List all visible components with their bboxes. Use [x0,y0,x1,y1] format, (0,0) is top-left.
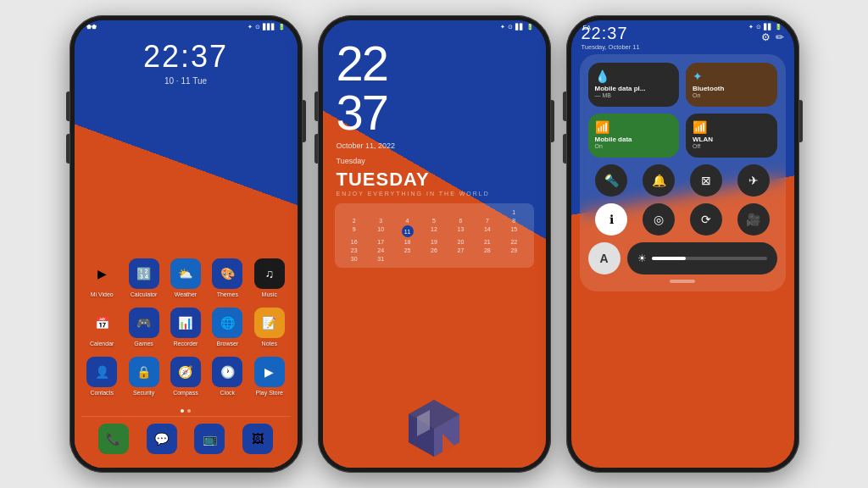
app-calculator[interactable]: 🔢 Calculator [125,258,163,297]
lock-art [323,274,546,468]
mobile-data-tile[interactable]: 💧 Mobile data pl... — MB [588,63,680,107]
rotate-button[interactable]: ⟳ [690,203,722,236]
date-display-1: 10 · 11 Tue [75,76,298,86]
eye-care-button[interactable]: ℹ [595,203,627,236]
wlan-icon: 📶 [693,120,771,134]
weather-label: Weather [175,291,197,297]
lock-subtitle: ENJOY EVERYTHING IN THE WORLD [337,191,532,197]
app-playstore[interactable]: ▶ Play Store [251,357,288,396]
brightness-slider[interactable]: ☀ [627,242,777,274]
data-toggle-label: Mobile data [595,136,673,143]
security-icon: 🔒 [129,357,159,387]
icons-row-1: 🔦 🔔 ⊠ ✈ [588,164,777,197]
cal-day-21: 21 [475,238,500,246]
cal-day-17: 17 [368,238,393,246]
battery-icon-3: 🔋 [775,24,782,30]
status-bar-3: EA ✦ ⊙ ▋▋ 🔋 [571,20,794,32]
status-left-1: ⬟⬟ [86,24,97,30]
cal-empty-5 [448,208,473,216]
app-themes[interactable]: 🎨 Themes [209,258,246,297]
dock-gallery[interactable]: 🖼 [242,424,273,454]
cal-day-11-today: 11 [402,225,414,237]
page-dots [81,406,291,416]
browser-icon: 🌐 [212,308,242,338]
calculator-label: Calculator [131,291,158,297]
themes-label: Themes [217,291,238,297]
cal-empty-11 [501,255,526,263]
app-security[interactable]: 🔒 Security [125,357,163,396]
cal-day-6: 6 [448,217,473,225]
app-weather[interactable]: ⛅ Weather [167,258,204,297]
dot-1 [181,409,184,413]
calculator-icon: 🔢 [129,258,159,289]
mute-button[interactable]: 🔔 [643,164,675,197]
dock-phone[interactable]: 📞 [98,424,129,454]
games-label: Games [134,341,153,347]
cal-day-13: 13 [448,225,473,237]
bluetooth-tile[interactable]: ✦ Bluetooth On [686,63,777,107]
cal-day-14: 14 [475,225,500,237]
lock-time-top: 22 [337,39,532,88]
cal-day-4: 4 [394,217,420,225]
app-compass[interactable]: 🧭 Compass [167,357,204,396]
cal-empty-4 [421,208,447,216]
app-clock[interactable]: 🕐 Clock [209,357,246,396]
recorder-label: Recorder [174,341,198,347]
icons-row-2: ℹ ◎ ⟳ 🎥 [588,203,777,236]
wifi-icon-2: ⊙ [508,24,513,30]
a-button[interactable]: A [588,242,620,274]
dock-tv[interactable]: 📺 [194,424,225,454]
lock-date-line1: October 11, 2022 [337,141,532,152]
app-browser[interactable]: 🌐 Browser [209,308,246,347]
themes-icon: 🎨 [212,258,242,289]
app-contacts[interactable]: 👤 Contacts [83,357,120,396]
compass-icon: 🧭 [170,357,201,387]
mi-video-label: Mi Video [91,291,114,297]
app-row-1: ▶ Mi Video 🔢 Calculator ⛅ Weather 🎨 Them… [81,258,291,297]
app-row-3: 👤 Contacts 🔒 Security 🧭 Compass 🕐 Clock [81,357,291,396]
calendar-grid: 1 2 3 4 5 6 7 8 9 10 11 12 13 14 15 [342,208,527,263]
signal-icon-3: ▋▋ [764,24,772,30]
cal-empty-2 [368,208,393,216]
music-label: Music [262,291,277,297]
flashlight-button[interactable]: 🔦 [595,164,627,197]
cal-empty-8 [421,255,447,263]
status-bar-1: ⬟⬟ ✦ ⊙ ▋▋▋ 🔋 [75,20,298,32]
dock: 📞 💬 📺 🖼 [81,416,291,461]
cal-day-18: 18 [394,238,420,246]
battery-icon: 🔋 [278,24,286,30]
data-toggle-tile[interactable]: 📶 Mobile data On [588,114,680,158]
cal-day-1: 1 [501,208,526,216]
cal-day-7: 7 [475,217,500,225]
app-calendar[interactable]: 📅 Calendar [83,308,120,347]
app-recorder[interactable]: 📊 Recorder [167,308,204,347]
games-icon: 🎮 [129,308,159,338]
edit-icon[interactable]: ✏ [776,31,784,43]
swipe-indicator [670,280,695,283]
location-button[interactable]: ◎ [643,203,675,236]
cal-day-3: 3 [368,217,393,225]
camera-button[interactable]: 🎥 [737,203,770,236]
app-notes[interactable]: 📝 Notes [251,308,288,347]
app-grid-1: ▶ Mi Video 🔢 Calculator ⛅ Weather 🎨 Them… [75,258,298,468]
dock-messages[interactable]: 💬 [147,424,177,454]
cal-day-12: 12 [421,225,447,237]
app-mi-video[interactable]: ▶ Mi Video [83,258,120,297]
recorder-icon: 📊 [170,308,201,338]
playstore-icon: ▶ [254,357,285,387]
calendar-icon: 📅 [86,308,117,338]
app-music[interactable]: ♫ Music [251,258,288,297]
wifi-icon: ⊙ [255,24,260,30]
airplane-button[interactable]: ✈ [737,164,770,197]
cube-svg [392,391,476,468]
wlan-tile[interactable]: 📶 WLAN Off [686,114,777,158]
cal-day-26: 26 [421,247,447,254]
cal-empty-9 [448,255,473,263]
settings-icon[interactable]: ⚙ [761,31,771,43]
app-games[interactable]: 🎮 Games [125,308,163,347]
screen-mirror-button[interactable]: ⊠ [690,164,722,197]
music-icon: ♫ [254,258,285,289]
user-label: EA [583,25,591,30]
mi-video-icon: ▶ [86,258,117,289]
bluetooth-label: Bluetooth [693,85,771,92]
